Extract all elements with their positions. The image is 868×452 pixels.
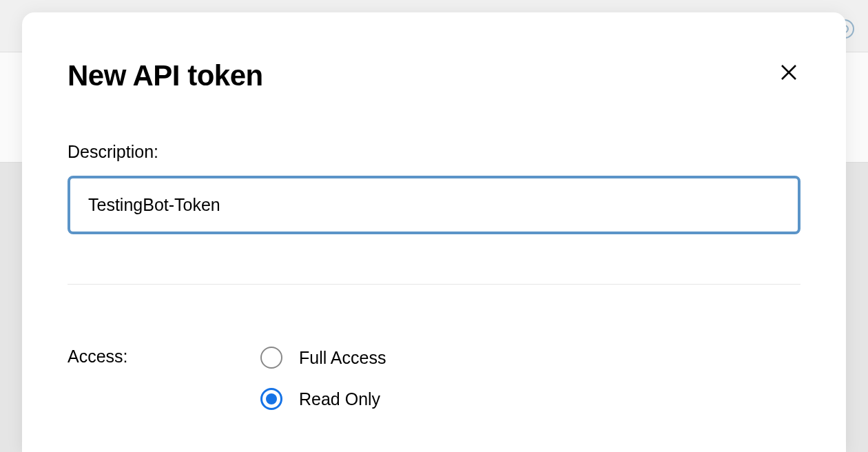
radio-full-access[interactable]: Full Access xyxy=(260,347,800,369)
access-options: Full Access Read Only xyxy=(260,347,800,429)
new-api-token-modal: New API token Description: Access: Full … xyxy=(22,12,846,452)
radio-label-read-only: Read Only xyxy=(299,389,380,409)
description-label: Description: xyxy=(68,142,800,162)
description-field: Description: xyxy=(68,142,800,234)
modal-title: New API token xyxy=(68,59,263,92)
close-button[interactable] xyxy=(777,61,800,87)
access-section: Access: Full Access Read Only xyxy=(68,347,800,429)
section-divider xyxy=(68,284,800,285)
radio-button-icon xyxy=(260,388,282,410)
radio-read-only[interactable]: Read Only xyxy=(260,388,800,410)
access-label-column: Access: xyxy=(68,347,260,429)
modal-header: New API token xyxy=(68,59,800,92)
radio-button-icon xyxy=(260,347,282,369)
close-icon xyxy=(778,62,799,83)
description-input[interactable] xyxy=(68,176,800,234)
radio-label-full-access: Full Access xyxy=(299,348,386,368)
access-label: Access: xyxy=(68,347,260,367)
